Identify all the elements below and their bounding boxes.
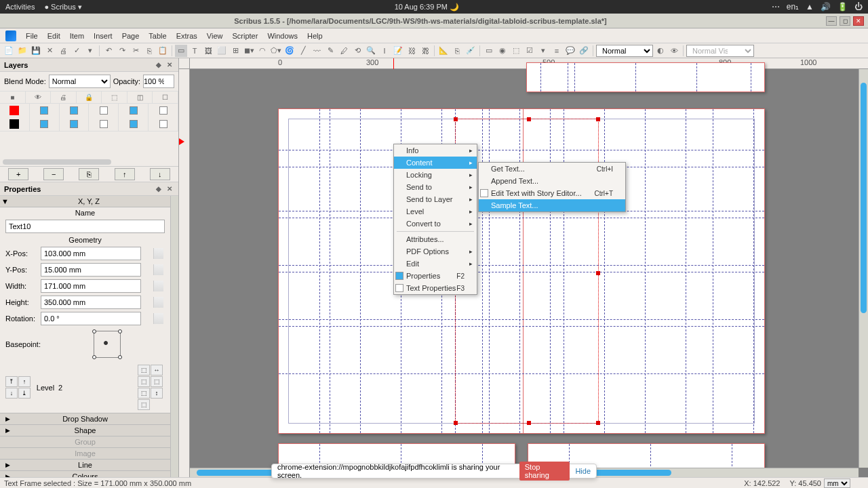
line-icon[interactable]: ╱ xyxy=(297,45,309,57)
ctx-sendtolayer[interactable]: Send to Layer▸ xyxy=(394,193,477,205)
menu-insert[interactable]: Insert xyxy=(94,32,113,40)
maximize-button[interactable]: ◻ xyxy=(840,16,850,26)
bezier-icon[interactable]: 〰 xyxy=(311,45,323,57)
preflight-icon[interactable]: ✓ xyxy=(71,45,83,57)
rotation-input[interactable] xyxy=(41,312,141,325)
app-menu[interactable]: ● Scribus ▾ xyxy=(44,3,81,12)
xpos-input[interactable] xyxy=(41,247,141,260)
accordion-line[interactable]: ▶Line xyxy=(0,459,170,470)
properties-scrollbar[interactable] xyxy=(170,196,178,477)
menu-table[interactable]: Table xyxy=(149,32,166,40)
text-frame-icon[interactable]: T xyxy=(189,45,201,57)
layer-up-button[interactable]: ↑ xyxy=(115,168,135,180)
select-icon[interactable]: ▭ xyxy=(175,45,187,57)
page-prev[interactable] xyxy=(526,62,765,92)
redo-icon[interactable]: ↷ xyxy=(116,45,128,57)
add-layer-button[interactable]: + xyxy=(8,168,28,180)
preview-toggle-icon[interactable]: 👁 xyxy=(668,45,680,57)
lang-indicator[interactable]: en₁ xyxy=(787,2,799,12)
dup-layer-button[interactable]: ⎘ xyxy=(79,168,99,180)
story-editor-icon[interactable]: 📝 xyxy=(392,45,404,57)
ypos-input[interactable] xyxy=(41,263,141,277)
ctx-sub-storyeditor[interactable]: Edit Text with Story Editor...Ctrl+T xyxy=(479,187,625,199)
ctx-sendto[interactable]: Send to▸ xyxy=(394,181,477,193)
polygon-icon[interactable]: ⬠▾ xyxy=(270,45,282,57)
unit-select[interactable]: mm xyxy=(824,479,850,488)
ctx-locking[interactable]: Locking▸ xyxy=(394,169,477,181)
render-frame-icon[interactable]: ⬜ xyxy=(216,45,228,57)
name-input[interactable] xyxy=(5,220,165,233)
ctx-properties[interactable]: PropertiesF2 xyxy=(394,270,477,282)
copy-icon[interactable]: ⎘ xyxy=(143,45,155,57)
ctx-sub-gettext[interactable]: Get Text...Ctrl+I xyxy=(479,163,625,175)
zoom-icon[interactable]: 🔍 xyxy=(365,45,377,57)
hide-sharing-button[interactable]: Hide xyxy=(575,467,591,475)
pin-icon[interactable]: ◆ xyxy=(154,60,163,70)
edit-contents-icon[interactable]: I xyxy=(378,45,391,57)
accordion-dropshadow[interactable]: ▶Drop Shadow xyxy=(0,413,170,424)
spiral-icon[interactable]: 🌀 xyxy=(283,45,296,57)
pdf-link-icon[interactable]: 🔗 xyxy=(578,45,590,57)
open-icon[interactable]: 📁 xyxy=(16,45,28,57)
new-icon[interactable]: 📄 xyxy=(3,45,15,57)
pdf-radio-icon[interactable]: ◉ xyxy=(496,45,509,57)
pdf-text-icon[interactable]: ⬚ xyxy=(510,45,522,57)
pin-icon[interactable]: ◆ xyxy=(154,184,163,194)
menu-view[interactable]: View xyxy=(207,32,223,40)
ctx-pdfoptions[interactable]: PDF Options▸ xyxy=(394,245,477,258)
measure-icon[interactable]: 📐 xyxy=(437,45,450,57)
minimize-button[interactable]: — xyxy=(826,16,837,26)
height-input[interactable] xyxy=(41,296,141,309)
preview-mode-select[interactable]: Normal xyxy=(596,45,653,57)
remove-layer-button[interactable]: − xyxy=(43,168,64,180)
pdf-combo-icon[interactable]: ▾ xyxy=(537,45,549,57)
close-panel-icon[interactable]: ✕ xyxy=(165,184,174,194)
accordion-shape[interactable]: ▶Shape xyxy=(0,424,170,436)
cut-icon[interactable]: ✂ xyxy=(130,45,142,57)
copy-props-icon[interactable]: ⎘ xyxy=(451,45,463,57)
ctx-convertto[interactable]: Convert to▸ xyxy=(394,218,477,230)
save-icon[interactable]: 💾 xyxy=(30,45,42,57)
menu-edit[interactable]: Edit xyxy=(47,32,60,40)
freehand-icon[interactable]: ✎ xyxy=(324,45,336,57)
link-frames-icon[interactable]: ⛓ xyxy=(406,45,418,57)
ctx-edit[interactable]: Edit▸ xyxy=(394,258,477,270)
menu-extras[interactable]: Extras xyxy=(176,32,197,40)
arc-icon[interactable]: ◠ xyxy=(256,45,269,57)
pdf-list-icon[interactable]: ≡ xyxy=(551,45,563,57)
accordion-colours[interactable]: ▶Colours xyxy=(0,470,170,477)
close-button[interactable]: ✕ xyxy=(853,16,864,26)
menu-help[interactable]: Help xyxy=(307,32,323,40)
menu-item[interactable]: Item xyxy=(70,32,84,40)
shape-icon[interactable]: ◼▾ xyxy=(243,45,255,57)
image-frame-icon[interactable]: 🖼 xyxy=(202,45,214,57)
system-tray[interactable]: ⋯ en₁ ▲ 🔊 🔋 ⏻ xyxy=(772,2,863,12)
pdf-annot-icon[interactable]: 💬 xyxy=(564,45,576,57)
page-spread[interactable] xyxy=(278,108,765,434)
menu-scripter[interactable]: Scripter xyxy=(232,32,258,40)
stop-sharing-button[interactable]: Stop sharing xyxy=(519,462,570,481)
ctx-textproperties[interactable]: Text PropertiesF3 xyxy=(394,282,477,294)
ctx-info[interactable]: Info▸ xyxy=(394,144,477,157)
basepoint-widget[interactable] xyxy=(94,331,121,358)
menu-file[interactable]: File xyxy=(26,32,38,40)
pdf-icon[interactable]: ▾ xyxy=(84,45,96,57)
cms-toggle-icon[interactable]: ◐ xyxy=(654,45,667,57)
pdf-check-icon[interactable]: ☑ xyxy=(524,45,536,57)
rotate-icon[interactable]: ⟲ xyxy=(351,45,363,57)
opacity-input[interactable] xyxy=(143,75,174,88)
vertical-ruler[interactable] xyxy=(179,69,190,477)
level-buttons[interactable]: ⤒↑↓⤓ xyxy=(5,376,33,399)
layer-down-button[interactable]: ↓ xyxy=(150,168,170,180)
close-panel-icon[interactable]: ✕ xyxy=(165,60,174,70)
layer-row-1[interactable] xyxy=(0,104,178,117)
menu-dots-icon[interactable]: ⋯ xyxy=(772,2,780,12)
undo-icon[interactable]: ↶ xyxy=(102,45,115,57)
ctx-sub-appendtext[interactable]: Append Text... xyxy=(479,175,625,187)
blend-mode-select[interactable]: Normal xyxy=(49,75,111,88)
layer-row-2[interactable] xyxy=(0,117,178,131)
battery-icon[interactable]: 🔋 xyxy=(837,2,848,12)
unlink-frames-icon[interactable]: ⛓̸ xyxy=(419,45,431,57)
canvas-area[interactable]: 0 300 500 800 1000 xyxy=(179,58,868,477)
volume-icon[interactable]: 🔊 xyxy=(821,2,831,12)
